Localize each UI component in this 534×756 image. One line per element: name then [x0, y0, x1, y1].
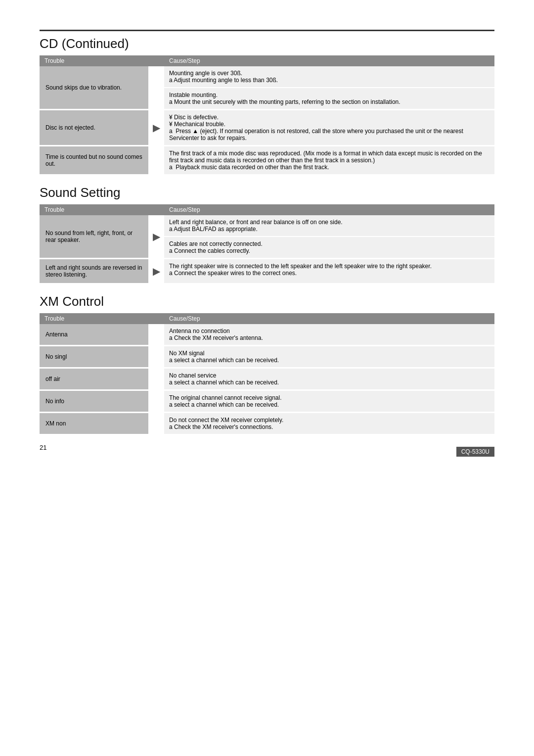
cause-text: a Mount the unit securely with the mount…: [169, 98, 400, 105]
ss-trouble-header: Trouble: [40, 204, 148, 215]
cd-trouble-header: Trouble: [40, 55, 148, 66]
top-divider: [40, 30, 494, 31]
table-row: XM non Do not connect the XM receiver co…: [40, 413, 494, 434]
table-row: Sound skips due to vibration. Mounting a…: [40, 66, 494, 88]
model-badge: CQ-5330U: [456, 447, 494, 457]
cause-text: a Check the XM receiver's antenna.: [169, 334, 263, 341]
xm-control-section: XM Control Trouble Cause/Step Antenna An…: [40, 294, 494, 434]
cause-cell-no-info: The original channel cannot receive sign…: [164, 391, 494, 412]
sound-setting-section: Sound Setting Trouble Cause/Step No soun…: [40, 185, 494, 283]
cd-header-row: Trouble Cause/Step: [40, 55, 494, 66]
table-row: No info The original channel cannot rece…: [40, 391, 494, 412]
cd-continued-title: CD (Continued): [40, 36, 494, 51]
cause-text: a Playback music data recorded on other …: [169, 164, 329, 171]
xm-header-row: Trouble Cause/Step: [40, 313, 494, 324]
xm-trouble-header: Trouble: [40, 313, 148, 324]
cd-arrow-header: [148, 55, 164, 66]
trouble-cell-xm-non: XM non: [40, 413, 148, 434]
cause-text: a select a channel which can be received…: [169, 401, 279, 408]
table-row: No singl No XM signal a select a channel…: [40, 346, 494, 367]
cause-text: Cables are not correctly connected.: [169, 240, 263, 247]
cd-continued-section: CD (Continued) Trouble Cause/Step Sound …: [40, 36, 494, 174]
trouble-cell-sound-skips: Sound skips due to vibration.: [40, 66, 148, 109]
xm-control-table: Trouble Cause/Step Antenna Antenna no co…: [40, 313, 494, 434]
arrow-col: [148, 413, 164, 434]
trouble-cell-no-info: No info: [40, 391, 148, 412]
cause-cell-time: The first track of a mix mode disc was r…: [164, 146, 494, 174]
cause-text: a select a channel which can be received…: [169, 379, 279, 386]
ss-cause-header: Cause/Step: [164, 204, 494, 215]
cause-text: a Adjust mounting angle to less than 30ß…: [169, 77, 278, 84]
cause-text: a Connect the cables correctly.: [169, 247, 250, 254]
cause-text: ¥ Mechanical trouble.: [169, 121, 225, 128]
arrow-col: [148, 346, 164, 367]
arrow-col: [148, 369, 164, 389]
cause-cell-2: Instable mounting. a Mount the unit secu…: [164, 88, 494, 109]
cause-text: Antenna no connection: [169, 328, 230, 334]
cause-text: ¥ Disc is defective.: [169, 114, 219, 121]
page-number: 21: [40, 444, 46, 451]
cause-text: a Press ▲ (eject). If normal operation i…: [169, 128, 463, 142]
cause-text: The right speaker wire is connected to t…: [169, 263, 432, 270]
cause-cell-cables: Cables are not correctly connected. a Co…: [164, 236, 494, 258]
table-row: Time is counted but no sound comes out. …: [40, 146, 494, 174]
arrow-col: ▶: [148, 215, 164, 258]
cd-continued-table: Trouble Cause/Step Sound skips due to vi…: [40, 55, 494, 174]
xm-control-title: XM Control: [40, 294, 494, 309]
xm-cause-header: Cause/Step: [164, 313, 494, 324]
trouble-cell-reversed: Left and right sounds are reversed in st…: [40, 259, 148, 283]
cause-text: The original channel cannot receive sign…: [169, 394, 281, 401]
arrow-col: ▶: [148, 110, 164, 145]
ss-header-row: Trouble Cause/Step: [40, 204, 494, 215]
cause-cell-off-air: No chanel service a select a channel whi…: [164, 369, 494, 389]
footer: 21 CQ-5330U: [40, 444, 494, 457]
arrow-col: [148, 324, 164, 345]
table-row: Antenna Antenna no connection a Check th…: [40, 324, 494, 345]
table-row: Left and right sounds are reversed in st…: [40, 259, 494, 283]
cause-cell-no-singl: No XM signal a select a channel which ca…: [164, 346, 494, 367]
sound-setting-table: Trouble Cause/Step No sound from left, r…: [40, 204, 494, 283]
sound-setting-title: Sound Setting: [40, 185, 494, 200]
arrow-col: ▶: [148, 259, 164, 283]
cd-cause-header: Cause/Step: [164, 55, 494, 66]
arrow-col: [148, 146, 164, 174]
cause-text: Do not connect the XM receiver completel…: [169, 417, 283, 424]
trouble-cell-disc-not-ejected: Disc is not ejected.: [40, 110, 148, 145]
trouble-cell-antenna: Antenna: [40, 324, 148, 345]
table-row: Disc is not ejected. ▶ ¥ Disc is defecti…: [40, 110, 494, 145]
cause-text: a select a channel which can be received…: [169, 357, 279, 364]
cause-cell-antenna: Antenna no connection a Check the XM rec…: [164, 324, 494, 345]
table-row: off air No chanel service a select a cha…: [40, 369, 494, 389]
ss-arrow-header: [148, 204, 164, 215]
cause-text: Instable mounting.: [169, 92, 218, 98]
cause-cell-balance: Left and right balance, or front and rea…: [164, 215, 494, 236]
cause-text: No XM signal: [169, 350, 204, 357]
trouble-cell-off-air: off air: [40, 369, 148, 389]
trouble-cell-time-counted: Time is counted but no sound comes out.: [40, 146, 148, 174]
trouble-cell-no-sound: No sound from left, right, front, or rea…: [40, 215, 148, 258]
cause-text: Left and right balance, or front and rea…: [169, 219, 343, 226]
xm-arrow-header: [148, 313, 164, 324]
trouble-cell-no-singl: No singl: [40, 346, 148, 367]
section-gap: [40, 176, 494, 185]
cause-text: a Connect the speaker wires to the corre…: [169, 270, 297, 277]
arrow-col: [148, 66, 164, 109]
cause-cell: Mounting angle is over 30ß. a Adjust mou…: [164, 66, 494, 88]
cause-text: No chanel service: [169, 372, 216, 379]
section-gap-2: [40, 285, 494, 294]
cause-text: a Adjust BAL/FAD as appropriate.: [169, 226, 258, 233]
cause-text: The first track of a mix mode disc was r…: [169, 150, 482, 164]
table-row: No sound from left, right, front, or rea…: [40, 215, 494, 236]
cause-cell-reversed: The right speaker wire is connected to t…: [164, 259, 494, 283]
cause-cell-xm-non: Do not connect the XM receiver completel…: [164, 413, 494, 434]
cause-text: a Check the XM receiver's connections.: [169, 424, 273, 430]
cause-text: Mounting angle is over 30ß.: [169, 70, 242, 77]
cause-cell-disc: ¥ Disc is defective. ¥ Mechanical troubl…: [164, 110, 494, 145]
arrow-col: [148, 391, 164, 412]
